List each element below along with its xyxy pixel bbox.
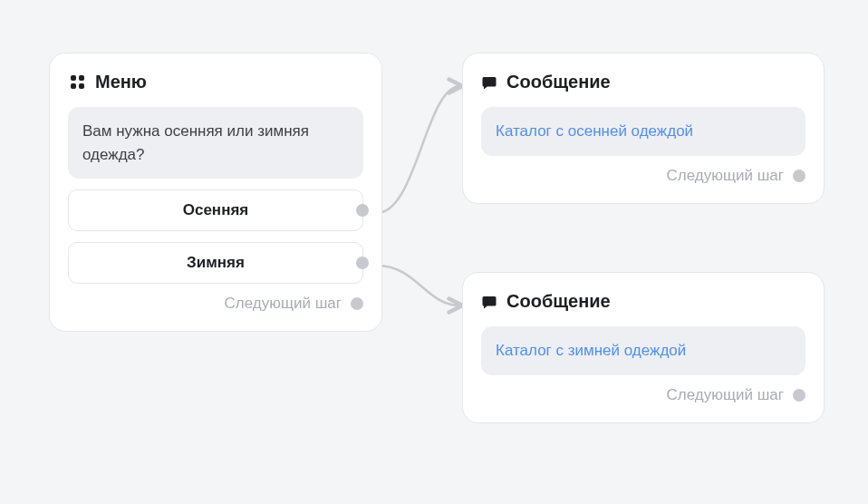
output-port[interactable] <box>356 257 369 269</box>
output-port[interactable] <box>351 297 363 310</box>
next-step-label: Следующий шаг <box>667 167 784 185</box>
next-step-label: Следующий шаг <box>667 386 784 404</box>
message-link[interactable]: Каталог с зимней одеждой <box>496 342 686 359</box>
: Сообщение <box>481 72 805 92</box>
menu-option-autumn[interactable]: Осенняя <box>68 189 363 231</box>
menu-prompt: Вам нужна осенняя или зимняя одежда? <box>68 107 363 179</box>
message-node-winter[interactable]: Сообщение Каталог с зимней одеждой Следу… <box>462 272 825 423</box>
message-body: Каталог с зимней одеждой <box>481 326 805 375</box>
next-step-row[interactable]: Следующий шаг <box>481 167 805 185</box>
message-icon <box>481 294 497 310</box>
next-step-label: Следующий шаг <box>225 295 342 313</box>
menu-option-winter[interactable]: Зимняя <box>68 242 363 284</box>
message-link[interactable]: Каталог с осенней одеждой <box>496 122 693 140</box>
next-step-row[interactable]: Следующий шаг <box>481 386 805 404</box>
menu-title: Меню <box>95 72 147 92</box>
next-step-row[interactable]: Следующий шаг <box>68 295 363 313</box>
menu-header: Меню <box>68 72 363 92</box>
option-label: Осенняя <box>183 201 249 218</box>
menu-node[interactable]: Меню Вам нужна осенняя или зимняя одежда… <box>49 53 382 332</box>
message-body: Каталог с осенней одеждой <box>481 107 805 156</box>
option-label: Зимняя <box>187 254 245 271</box>
message-node-autumn[interactable]: Сообщение Каталог с осенней одеждой След… <box>462 53 825 204</box>
output-port[interactable] <box>356 204 369 217</box>
output-port[interactable] <box>793 389 805 402</box>
grid-icon <box>68 73 86 92</box>
message-header: Сообщение <box>481 291 805 312</box>
message-icon <box>481 74 497 91</box>
message-title: Сообщение <box>506 291 611 312</box>
output-port[interactable] <box>793 170 805 182</box>
message-title: Сообщение <box>506 72 611 92</box>
